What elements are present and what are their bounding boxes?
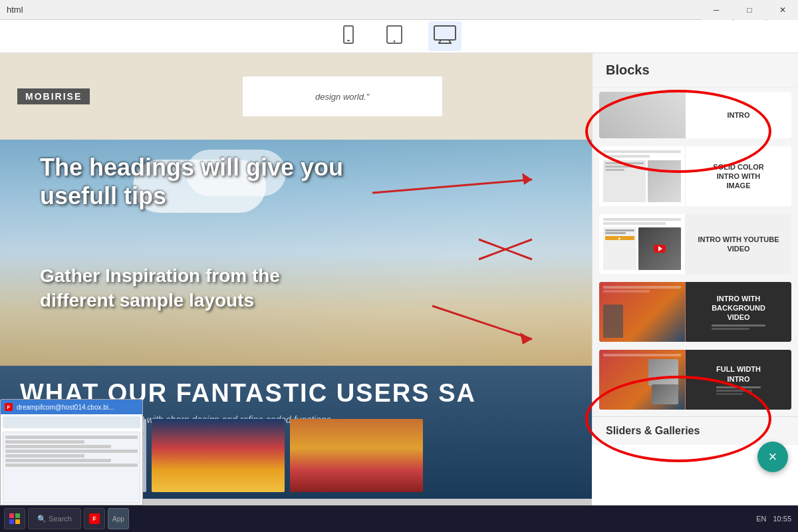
chat-row-5	[5, 454, 84, 458]
chat-row-3	[5, 445, 111, 448]
fab-icon: ×	[769, 448, 777, 466]
taskbar-locale: EN	[756, 515, 766, 523]
fullwidth-label: FULL WIDTHINTRO	[716, 364, 761, 384]
bgvideo-label-content: INTRO WITHBACKGROUNDVIDEO	[712, 294, 765, 331]
fw-img	[648, 359, 678, 386]
chat-window-content	[1, 414, 142, 505]
p-line-3	[605, 169, 624, 171]
canvas: MOBIRISE design world." The head	[0, 53, 592, 505]
yt-bar-2	[603, 222, 666, 225]
youtube-label-area: INTRO WITH YOUTUBE VIDEO	[686, 214, 791, 274]
chat-window[interactable]: F dreampifcom@host014.cbox.bi...	[0, 399, 143, 505]
preview-content-area	[603, 160, 681, 202]
taskbar-icon-f: F	[89, 513, 100, 524]
close-button[interactable]: ✕	[767, 0, 798, 20]
bgv-desc-1	[712, 325, 765, 327]
chat-row-7	[5, 464, 138, 467]
fw-desc-3	[716, 393, 743, 395]
minimize-button[interactable]: ─	[701, 0, 732, 20]
tablet-device-button[interactable]	[380, 21, 408, 51]
chat-icon: F	[5, 403, 13, 411]
maximize-button[interactable]: □	[734, 0, 765, 20]
canvas-logo: MOBIRISE	[17, 88, 90, 104]
fw-desc-1	[716, 386, 761, 388]
chat-row-1	[5, 436, 138, 439]
yt-video-area	[638, 227, 681, 270]
bgv-bar-2	[603, 290, 650, 293]
taskbar: 🔍 Search F App EN 10:55	[0, 505, 798, 532]
bgv-bar-1	[603, 286, 681, 289]
heading-tip-text: The headings will give you usefull tips	[40, 153, 372, 210]
fullwidth-label-area: FULL WIDTHINTRO	[686, 350, 791, 410]
p-line-1	[605, 162, 644, 164]
svg-rect-14	[9, 513, 14, 518]
block-card-partial[interactable]: INTRO	[599, 92, 791, 138]
taskbar-app-2[interactable]: App	[108, 508, 129, 529]
fullwidth-label-content: FULL WIDTHINTRO	[716, 364, 761, 395]
taskbar-time: 10:55	[773, 515, 791, 523]
taskbar-app-label: App	[112, 515, 124, 523]
bgvideo-preview	[599, 282, 686, 342]
fw-bar-1	[603, 354, 681, 356]
p-line-2	[605, 166, 632, 168]
chat-inner-bar	[3, 416, 140, 428]
bgvideo-label-area: INTRO WITHBACKGROUNDVIDEO	[686, 282, 791, 342]
fw-img2	[652, 384, 678, 404]
block-card-youtube[interactable]: ▶ INTRO WITH YOUTUBE VIDEO	[599, 214, 791, 274]
desktop-device-button[interactable]	[428, 21, 462, 51]
sidebar-wrapper: Blocks INTRO	[592, 53, 798, 505]
block-card-solid-color[interactable]: SOLID COLORINTRO WITHIMAGE	[599, 146, 791, 206]
thumb-sunset-1	[152, 419, 285, 492]
taskbar-right: EN 10:55	[756, 515, 791, 523]
sliders-galleries-title: Sliders & Galleries	[593, 416, 798, 445]
yt-triangle	[658, 246, 662, 251]
svg-rect-15	[15, 513, 20, 518]
bgv-person	[603, 305, 623, 338]
partial-label-area: INTRO	[686, 92, 791, 138]
bgv-content	[603, 295, 681, 338]
toolbar	[0, 20, 798, 53]
partial-preview	[599, 92, 686, 138]
yt-l1	[605, 229, 634, 231]
yt-left-panel: ▶	[603, 227, 636, 270]
title-bar: html ─ □ ✕	[0, 0, 798, 20]
main-area: MOBIRISE design world." The head	[0, 53, 798, 505]
window-controls: ─ □ ✕	[701, 0, 798, 20]
canvas-quote: design world."	[315, 92, 369, 102]
youtube-label: INTRO WITH YOUTUBE VIDEO	[691, 235, 786, 254]
yt-bar-1	[603, 218, 681, 221]
yt-content: ▶	[603, 227, 681, 270]
thumb-sunset-2	[290, 419, 423, 492]
yt-l2	[605, 232, 626, 234]
taskbar-start[interactable]	[4, 508, 25, 529]
mobile-device-button[interactable]	[336, 21, 360, 51]
svg-rect-17	[15, 519, 20, 524]
fab-button[interactable]: ×	[757, 442, 788, 472]
taskbar-app-1[interactable]: F	[84, 508, 105, 529]
yt-play-icon	[654, 245, 666, 253]
chat-window-titlebar: F dreampifcom@host014.cbox.bi...	[1, 400, 142, 414]
svg-rect-16	[9, 519, 14, 524]
yt-play-btn: ▶	[605, 236, 634, 240]
youtube-preview: ▶	[599, 214, 686, 274]
block-card-fullwidth[interactable]: FULL WIDTHINTRO	[599, 350, 791, 410]
fw-content	[603, 358, 681, 406]
solid-color-label: SOLID COLORINTRO WITHIMAGE	[713, 162, 763, 191]
sidebar: Blocks INTRO	[592, 53, 798, 445]
search-label: 🔍 Search	[37, 515, 72, 523]
chat-inner-content	[3, 432, 140, 503]
chat-row-2	[5, 440, 84, 444]
block-card-bg-video[interactable]: INTRO WITHBACKGROUNDVIDEO	[599, 282, 791, 342]
title-text: html	[7, 5, 23, 15]
bgvideo-label: INTRO WITHBACKGROUNDVIDEO	[712, 294, 765, 323]
inspiration-tip-text: Gather Inspiration from the different sa…	[40, 264, 359, 313]
preview-bar-2	[603, 155, 650, 158]
solid-color-label-area: SOLID COLORINTRO WITHIMAGE	[686, 146, 791, 206]
bgv-desc-2	[712, 328, 749, 330]
chat-window-title: dreampifcom@host014.cbox.bi...	[17, 404, 114, 411]
canvas-annotation-area: The headings will give you usefull tips …	[0, 140, 592, 366]
taskbar-search[interactable]: 🔍 Search	[28, 508, 81, 529]
svg-point-3	[394, 41, 396, 43]
chat-row-4	[5, 450, 138, 453]
solid-color-preview	[599, 146, 686, 206]
